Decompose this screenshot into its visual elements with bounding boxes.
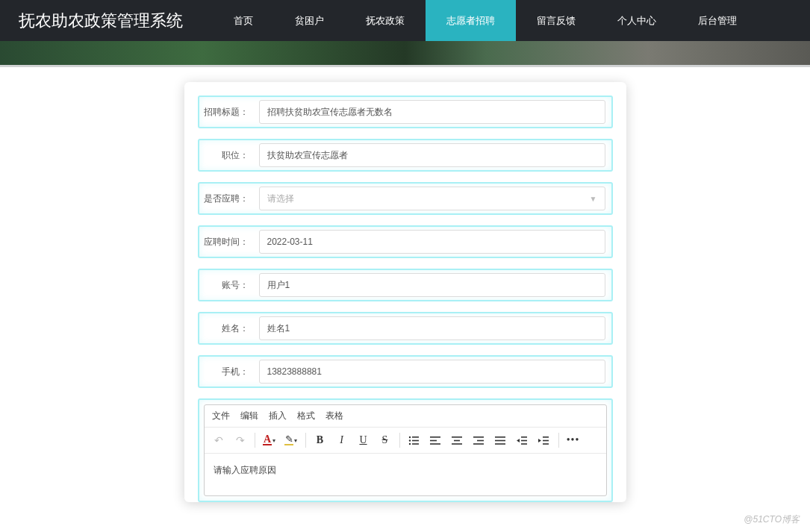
editor-body[interactable]: 请输入应聘原因: [205, 454, 606, 495]
svg-rect-17: [495, 443, 505, 445]
svg-rect-6: [430, 436, 440, 438]
svg-rect-3: [412, 439, 419, 441]
svg-rect-8: [430, 443, 440, 445]
nav-poor-households[interactable]: 贫困户: [274, 0, 345, 41]
chevron-down-icon: ▼: [590, 195, 597, 203]
svg-rect-23: [543, 436, 549, 438]
brand-title: 抚农助农政策管理系统: [19, 10, 183, 32]
align-right-icon[interactable]: [470, 431, 489, 450]
svg-rect-9: [452, 436, 462, 438]
redo-icon[interactable]: ↷: [231, 431, 250, 450]
rich-text-editor: 文件 编辑 插入 格式 表格 ↶ ↷ A▾ ✎▾ B I U S: [204, 404, 607, 496]
nav-home[interactable]: 首页: [213, 0, 274, 41]
field-time: 应聘时间：: [198, 225, 613, 258]
highlight-icon[interactable]: ✎▾: [281, 431, 301, 450]
label-phone: 手机：: [199, 366, 253, 378]
label-apply: 是否应聘：: [199, 193, 253, 205]
svg-point-4: [409, 442, 411, 444]
input-name[interactable]: [259, 316, 605, 340]
svg-rect-25: [543, 443, 549, 445]
toolbar-separator: [558, 433, 559, 448]
select-apply[interactable]: 请选择 ▼: [259, 187, 605, 210]
nav-admin[interactable]: 后台管理: [677, 0, 758, 41]
menu-table[interactable]: 表格: [325, 410, 343, 422]
label-name: 姓名：: [199, 322, 253, 335]
font-color-icon[interactable]: A▾: [260, 431, 279, 450]
field-position: 职位：: [198, 139, 613, 172]
editor-menubar: 文件 编辑 插入 格式 表格: [205, 405, 606, 428]
menu-format[interactable]: 格式: [297, 410, 315, 422]
field-phone: 手机：: [198, 355, 613, 388]
italic-icon[interactable]: I: [332, 431, 352, 450]
label-title: 招聘标题：: [199, 106, 253, 119]
banner-image: [0, 41, 810, 67]
label-position: 职位：: [199, 149, 253, 162]
nav-feedback[interactable]: 留言反馈: [516, 0, 596, 41]
svg-rect-24: [543, 439, 549, 441]
menu-file[interactable]: 文件: [212, 410, 230, 422]
nav-volunteer-recruit[interactable]: 志愿者招聘: [426, 0, 516, 41]
bold-icon[interactable]: B: [311, 431, 330, 450]
align-center-icon[interactable]: [448, 431, 467, 450]
svg-rect-19: [521, 436, 527, 438]
input-time[interactable]: [259, 230, 605, 254]
menu-insert[interactable]: 插入: [269, 410, 287, 422]
nav-profile[interactable]: 个人中心: [596, 0, 677, 41]
svg-rect-11: [452, 443, 462, 445]
select-apply-placeholder: 请选择: [267, 193, 294, 205]
editor-toolbar: ↶ ↷ A▾ ✎▾ B I U S: [205, 428, 606, 454]
svg-rect-7: [430, 439, 437, 441]
outdent-icon[interactable]: [513, 431, 532, 450]
svg-rect-16: [495, 439, 505, 441]
nav-policies[interactable]: 抚农政策: [345, 0, 426, 41]
watermark: @51CTO博客: [744, 513, 800, 526]
underline-icon[interactable]: U: [354, 431, 373, 450]
svg-rect-13: [477, 439, 484, 441]
svg-point-2: [409, 439, 411, 441]
nav-items: 首页 贫困户 抚农政策 志愿者招聘 留言反馈 个人中心 后台管理: [213, 0, 758, 41]
svg-rect-21: [521, 443, 527, 445]
svg-rect-12: [473, 436, 484, 438]
align-left-icon[interactable]: [426, 431, 446, 450]
svg-rect-5: [412, 443, 419, 445]
bullet-list-icon[interactable]: [405, 431, 424, 450]
svg-point-0: [409, 436, 411, 437]
top-nav: 抚农助农政策管理系统 首页 贫困户 抚农政策 志愿者招聘 留言反馈 个人中心 后…: [0, 0, 810, 41]
indent-icon[interactable]: [535, 431, 554, 450]
field-account: 账号：: [198, 269, 613, 301]
menu-edit[interactable]: 编辑: [240, 410, 258, 422]
undo-icon[interactable]: ↶: [209, 431, 228, 450]
field-name: 姓名：: [198, 312, 613, 345]
input-title[interactable]: [259, 100, 605, 124]
svg-rect-1: [412, 436, 419, 438]
svg-rect-20: [521, 439, 527, 441]
strikethrough-icon[interactable]: S: [376, 431, 395, 450]
svg-rect-10: [454, 439, 460, 441]
input-phone[interactable]: [259, 360, 605, 384]
field-reason: 文件 编辑 插入 格式 表格 ↶ ↷ A▾ ✎▾ B I U S: [198, 398, 613, 502]
toolbar-separator: [255, 433, 255, 448]
label-account: 账号：: [199, 279, 253, 292]
more-icon[interactable]: •••: [564, 431, 583, 450]
input-account[interactable]: [259, 273, 605, 297]
svg-rect-15: [495, 436, 505, 438]
svg-rect-14: [473, 443, 484, 445]
field-title: 招聘标题：: [198, 96, 613, 128]
align-justify-icon[interactable]: [491, 431, 511, 450]
toolbar-separator: [305, 433, 306, 448]
svg-marker-18: [517, 439, 520, 442]
toolbar-separator: [399, 433, 400, 448]
input-position[interactable]: [259, 143, 605, 167]
svg-marker-22: [538, 439, 541, 442]
field-apply: 是否应聘： 请选择 ▼: [198, 182, 613, 215]
label-time: 应聘时间：: [199, 236, 253, 248]
form-card: 招聘标题： 职位： 是否应聘： 请选择 ▼ 应聘时间： 账号： 姓名： 手机：: [184, 82, 626, 502]
